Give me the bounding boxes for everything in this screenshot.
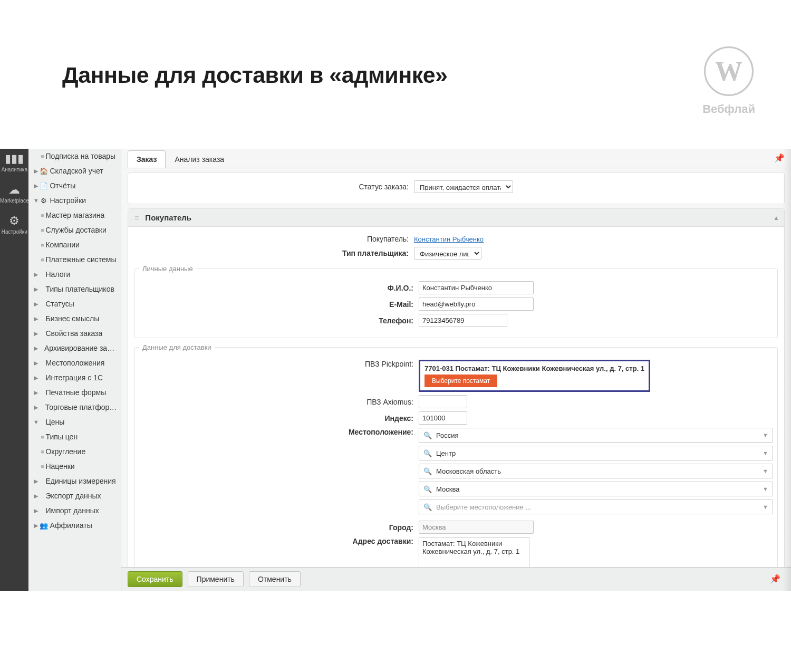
tree-item[interactable]: ■Службы доставки	[28, 223, 121, 237]
location-select[interactable]: 🔍Московская область▼	[419, 464, 773, 478]
cloud-icon: ☁	[0, 184, 28, 196]
pin-footer-icon[interactable]: 📌	[770, 574, 780, 584]
tree-item[interactable]: ▶Налоги	[28, 267, 121, 282]
email-input[interactable]	[419, 297, 534, 311]
tree-bullet-icon: ■	[39, 227, 45, 233]
address-textarea[interactable]	[419, 537, 529, 567]
tree-item[interactable]: ▶Типы плательщиков	[28, 282, 121, 296]
index-label: Индекс:	[139, 414, 419, 423]
tree-item[interactable]: ▶📄Отчёты	[28, 178, 121, 193]
pickpoint-highlight: 7701-031 Постамат: ТЦ Кожевники Кожевнич…	[419, 360, 650, 392]
tree-item[interactable]: ▶🏠Складской учет	[28, 164, 121, 178]
tree-item[interactable]: ■Платежные системы	[28, 252, 121, 267]
location-select[interactable]: 🔍Россия▼	[419, 428, 773, 443]
choose-postamat-button[interactable]: Выберите постамат	[425, 375, 497, 387]
tree-arrow-icon: ▶	[33, 507, 39, 514]
location-select[interactable]: 🔍Выберите местоположение ...▼	[419, 500, 773, 514]
panel-buyer-title: Покупатель	[145, 213, 191, 222]
payer-type-select[interactable]: Физическое лицо [1]	[414, 247, 481, 260]
tree-item[interactable]: ■Компании	[28, 237, 121, 252]
fieldset-personal: Личные данные Ф.И.О.: E-Mail: Телефон:	[134, 265, 778, 338]
apply-button[interactable]: Применить	[188, 571, 244, 587]
drag-handle-icon[interactable]: ≡	[134, 214, 139, 222]
tree-item[interactable]: ▶Архивирование заказов	[28, 341, 121, 356]
panel-buyer: ≡ Покупатель ▴ Покупатель: Константин Ры…	[128, 208, 785, 567]
tree-label: Типы цен	[45, 433, 78, 441]
tree-item[interactable]: ▶Интеграция с 1С	[28, 370, 121, 385]
delivery-legend: Данные для доставки	[139, 343, 215, 351]
tree-arrow-icon: ▼	[33, 419, 39, 425]
tree-item[interactable]: ▶Экспорт данных	[28, 488, 121, 503]
rail-item-marketplace[interactable]: ☁Marketplace	[0, 184, 28, 204]
tree-bullet-icon: ■	[39, 242, 45, 248]
tree-item[interactable]: ▶Печатные формы	[28, 385, 121, 400]
rail-item-настройки[interactable]: ⚙Настройки	[2, 215, 27, 235]
rail-item-аналитика[interactable]: ▮▮▮Аналитика	[1, 153, 27, 172]
tree-item[interactable]: ▼Цены	[28, 415, 121, 429]
email-label: E-Mail:	[139, 300, 419, 309]
phone-label: Телефон:	[139, 316, 419, 325]
brand-name: Вебфлай	[702, 102, 755, 116]
rail-label: Marketplace	[0, 198, 28, 204]
tree-item[interactable]: ▶Бизнес смыслы	[28, 311, 121, 326]
tree-item[interactable]: ▶Свойства заказа	[28, 326, 121, 341]
tree-item[interactable]: ■Типы цен	[28, 429, 121, 444]
location-select[interactable]: 🔍Москва▼	[419, 482, 773, 496]
sidebar-tree[interactable]: ■Подписка на товары▶🏠Складской учет▶📄Отч…	[28, 149, 121, 591]
tree-arrow-icon: ▶	[33, 271, 39, 278]
city-input[interactable]	[419, 521, 534, 534]
tree-label: Типы плательщиков	[45, 285, 114, 293]
city-label: Город:	[139, 523, 419, 532]
axiomus-input[interactable]	[419, 395, 467, 408]
tree-item[interactable]: ▶Торговые платформы	[28, 400, 121, 415]
tree-item[interactable]: ▶👥Аффилиаты	[28, 518, 121, 533]
tab[interactable]: Заказ	[128, 150, 166, 168]
tree-bullet-icon: ■	[39, 153, 45, 159]
tree-label: Отчёты	[50, 181, 75, 190]
tree-item[interactable]: ▶Единицы измерения	[28, 474, 121, 488]
chevron-down-icon: ▼	[758, 486, 773, 492]
tree-item[interactable]: ▼⚙Настройки	[28, 193, 121, 208]
save-button[interactable]: Сохранить	[128, 571, 182, 587]
brand-logo: W Вебфлай	[702, 46, 755, 116]
tree-item[interactable]: ■Подписка на товары	[28, 149, 121, 164]
bar-chart-icon: ▮▮▮	[1, 153, 27, 165]
search-icon: 🔍	[419, 467, 436, 475]
home-icon: 🏠	[39, 167, 49, 175]
search-icon: 🔍	[419, 485, 436, 493]
tree-bullet-icon: ■	[39, 256, 45, 263]
order-status-select[interactable]: Принят, ожидается оплата	[414, 180, 513, 193]
buyer-name-link[interactable]: Константин Рыбченко	[414, 235, 484, 243]
tree-item[interactable]: ▶Местоположения	[28, 356, 121, 370]
tree-arrow-icon: ▶	[33, 301, 39, 308]
pin-icon[interactable]: 📌	[774, 153, 785, 163]
tree-arrow-icon: ▶	[33, 478, 39, 485]
rail-label: Настройки	[2, 229, 27, 235]
tree-bullet-icon: ■	[39, 448, 45, 455]
tree-item[interactable]: ▶Статусы	[28, 296, 121, 311]
tab[interactable]: Анализ заказа	[166, 150, 233, 168]
tree-item[interactable]: ■Наценки	[28, 459, 121, 474]
tree-bullet-icon: ■	[39, 212, 45, 218]
tree-arrow-icon: ▶	[33, 493, 39, 500]
index-input[interactable]	[419, 411, 467, 425]
tree-item[interactable]: ▶Импорт данных	[28, 503, 121, 518]
tree-item[interactable]: ■Мастер магазина	[28, 208, 121, 223]
collapse-icon[interactable]: ▴	[775, 214, 778, 222]
rail-label: Аналитика	[1, 167, 27, 172]
tree-label: Местоположения	[45, 359, 104, 367]
phone-input[interactable]	[419, 314, 507, 327]
tree-label: Аффилиаты	[50, 521, 92, 530]
personal-legend: Личные данные	[139, 265, 196, 273]
axiomus-label: ПВЗ Axiomus:	[139, 398, 419, 406]
tree-item[interactable]: ■Округление	[28, 444, 121, 459]
location-select[interactable]: 🔍Центр▼	[419, 446, 773, 460]
panel-buyer-header[interactable]: ≡ Покупатель ▴	[128, 209, 784, 227]
fio-input[interactable]	[419, 281, 534, 294]
cancel-button[interactable]: Отменить	[249, 571, 301, 587]
tree-label: Подписка на товары	[45, 152, 115, 160]
tree-arrow-icon: ▼	[33, 197, 39, 204]
tree-label: Торговые платформы	[45, 403, 118, 411]
gear-icon: ⚙	[2, 215, 27, 227]
location-value: Москва	[436, 485, 758, 493]
